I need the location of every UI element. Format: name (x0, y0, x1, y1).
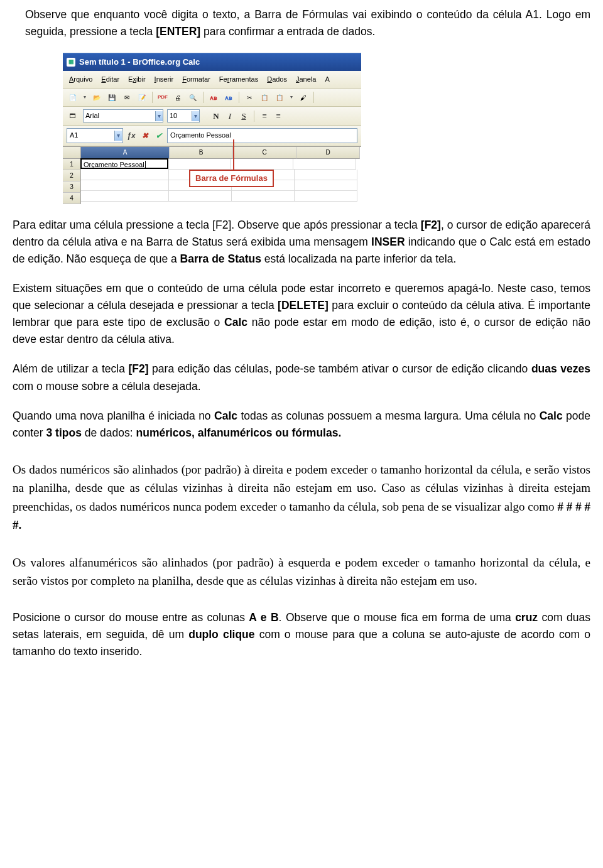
separator (203, 92, 204, 103)
annotation-line (233, 139, 234, 171)
cell-d3[interactable] (295, 180, 357, 191)
style-icon[interactable]: 🗔 (67, 110, 79, 122)
name-box[interactable]: A1 ▾ (67, 128, 123, 143)
cell-d4[interactable] (295, 191, 357, 202)
menu-more[interactable]: A (321, 73, 333, 86)
preview-icon[interactable]: 🔍 (187, 91, 199, 104)
cell-c4[interactable] (232, 191, 295, 202)
key-f2: [F2] (128, 362, 148, 375)
calc-app-icon: ▦ (67, 58, 75, 67)
open-icon[interactable]: 📂 (90, 91, 103, 104)
col-header-a[interactable]: A (81, 147, 170, 159)
text: Os dados numéricos são alinhados (por pa… (13, 463, 590, 513)
col-header-d[interactable]: D (296, 147, 360, 159)
underline-icon[interactable]: S (239, 111, 249, 121)
text: Para editar uma célula pressione a tecla… (13, 219, 421, 231)
menu-editar[interactable]: Editar (97, 73, 123, 86)
bold-calc: Calc (540, 410, 563, 422)
font-name-combo[interactable]: Arial ▾ (83, 109, 163, 122)
cell-b1[interactable] (168, 159, 231, 170)
font-size-combo[interactable]: 10 ▾ (167, 109, 200, 122)
paragraph-types: Quando uma nova planilha é iniciada no C… (13, 408, 590, 442)
menu-inserir[interactable]: Inserir (151, 73, 178, 86)
new-icon[interactable]: 📄 (67, 91, 79, 104)
col-header-c[interactable]: C (233, 147, 296, 159)
row-header-1[interactable]: 1 (63, 159, 81, 170)
edit-doc-icon[interactable]: 📝 (136, 91, 148, 104)
cell-a1[interactable]: Orçamento Pessoal (80, 158, 168, 169)
bold-calc: Calc (214, 410, 237, 422)
row-header-4[interactable]: 4 (63, 193, 81, 204)
email-icon[interactable]: ✉ (121, 91, 133, 104)
text: para edição das células, pode-se também … (149, 362, 531, 375)
separator (152, 92, 153, 103)
dropdown-icon[interactable]: ▾ (288, 91, 295, 104)
row-headers: 1 2 3 4 (63, 147, 81, 204)
text: está localizada na parte inferior da tel… (261, 252, 456, 265)
spreadsheet-grid: 1 2 3 4 A B C D Orçamento Pessoal (63, 146, 361, 204)
intro-paragraph: Observe que enquanto você digita o texto… (25, 6, 590, 40)
bold-inser: INSER (371, 236, 405, 248)
copy-icon[interactable]: 📋 (258, 91, 271, 104)
cell-a3[interactable] (81, 180, 169, 191)
spellcheck-icon[interactable]: ᴀʙ (207, 91, 220, 104)
cell-reference: A1 (70, 130, 78, 141)
row-header-3[interactable]: 3 (63, 182, 81, 193)
titlebar: ▦ Sem título 1 - BrOffice.org Calc (63, 53, 361, 71)
autospell-icon[interactable]: ᴀʙ (222, 91, 235, 104)
row-header-2[interactable]: 2 (63, 170, 81, 182)
menu-janela[interactable]: Janela (292, 73, 320, 86)
fx-icon[interactable]: ƒx (126, 130, 137, 141)
calc-screenshot: ▦ Sem título 1 - BrOffice.org Calc Arqui… (63, 53, 361, 203)
menu-ferramentas[interactable]: Ferramentas (215, 73, 262, 86)
align-left-icon[interactable]: ≡ (259, 111, 269, 121)
cancel-icon[interactable]: ✖ (139, 130, 151, 141)
bold-status-bar: Barra de Status (180, 252, 261, 265)
cut-icon[interactable]: ✂ (243, 91, 256, 104)
bold-calc: Calc (224, 316, 247, 328)
menu-dados[interactable]: Dados (263, 73, 291, 86)
dropdown-icon[interactable]: ▾ (82, 91, 88, 104)
bold-duas-vezes: duas vezes (531, 362, 590, 375)
text: de dados: (82, 426, 136, 439)
cell-d2[interactable] (295, 170, 357, 180)
formula-text: Orçamento Pessoal (170, 131, 231, 139)
col-header-b[interactable]: B (170, 147, 233, 159)
bold-cruz: cruz (515, 611, 538, 624)
separator (254, 111, 254, 122)
align-center-icon[interactable]: ≡ (273, 111, 283, 121)
paragraph-delete: Existem situações em que o conteúdo de u… (13, 280, 590, 349)
paintbrush-icon[interactable]: 🖌 (297, 91, 310, 104)
cell-d1[interactable] (293, 159, 356, 170)
standard-toolbar: 📄▾ 📂 💾 ✉ 📝 PDF 🖨 🔍 ᴀʙ ᴀʙ ✂ 📋 📋▾ 🖌 (63, 89, 361, 107)
bold-icon[interactable]: N (211, 111, 221, 121)
chevron-down-icon: ▾ (155, 111, 163, 121)
separator (239, 92, 239, 103)
menu-exibir[interactable]: Exibir (124, 73, 149, 86)
print-icon[interactable]: 🖨 (171, 91, 184, 104)
formula-input[interactable]: Orçamento Pessoal (167, 128, 357, 143)
col-headers: A B C D (81, 147, 361, 159)
paragraph-alphanumeric: Os valores alfanuméricos são alinhados (… (13, 553, 590, 590)
accept-icon[interactable]: ✔ (153, 130, 165, 141)
chevron-down-icon: ▾ (192, 111, 199, 121)
cell-a1-value: Orçamento Pessoal (84, 161, 144, 168)
cell-c1[interactable] (231, 159, 293, 170)
bold-duplo-clique: duplo clique (188, 628, 254, 641)
paste-icon[interactable]: 📋 (273, 91, 286, 104)
cell-a2[interactable] (81, 170, 169, 180)
separator (313, 92, 314, 103)
key-enter: [ENTER] (156, 25, 200, 38)
menubar: Arquivo Editar Exibir Inserir Formatar F… (63, 71, 361, 89)
paragraph-numeric=: Os dados numéricos são alinhados (por pa… (13, 460, 590, 534)
cell-a4[interactable] (81, 191, 169, 202)
menu-formatar[interactable]: Formatar (178, 73, 214, 86)
save-icon[interactable]: 💾 (106, 91, 118, 104)
italic-icon[interactable]: I (225, 111, 235, 121)
cell-b4[interactable] (169, 191, 232, 202)
menu-arquivo[interactable]: Arquivo (65, 73, 96, 86)
bold-data-types: numéricos, alfanuméricos ou fórmulas. (136, 426, 342, 439)
bold-3tipos: 3 tipos (46, 426, 82, 439)
pdf-icon[interactable]: PDF (156, 91, 169, 104)
select-all-corner[interactable] (63, 147, 81, 159)
